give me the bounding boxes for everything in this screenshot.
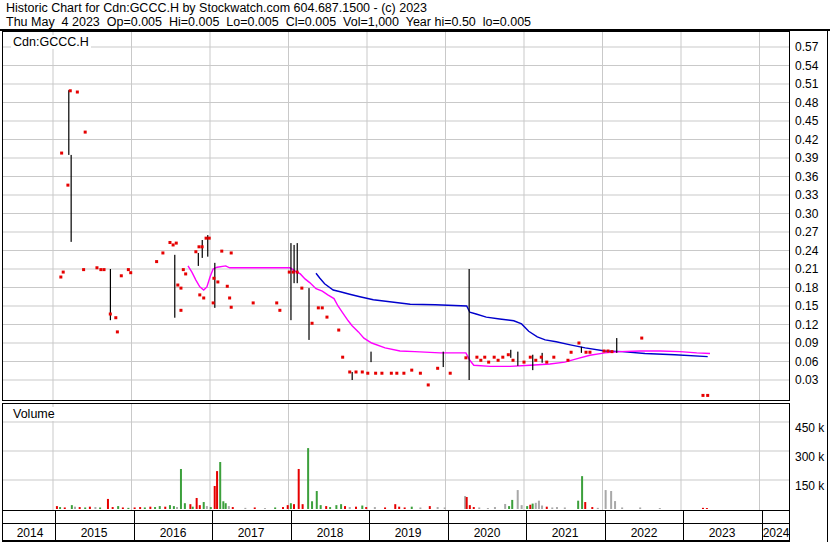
price-tick-label: 0.33: [795, 188, 818, 202]
right-axis-gutter: 0.570.540.510.480.450.420.390.360.330.30…: [790, 31, 828, 542]
year-boundary-divider: [212, 524, 213, 540]
year-boundary-divider: [134, 524, 135, 540]
year-boundary-divider: [605, 511, 606, 523]
price-tick-label: 0.51: [795, 77, 818, 91]
year-label: 2022: [614, 526, 674, 540]
year-boundary-divider: [762, 511, 763, 523]
year-boundary-divider: [134, 511, 135, 523]
volume-panel-label: Volume: [11, 407, 57, 421]
year-boundary-divider: [55, 511, 56, 523]
price-tick-label: 0.57: [795, 40, 818, 54]
year-boundary-divider: [448, 511, 449, 523]
year-label: 2018: [300, 526, 360, 540]
year-boundary-divider: [291, 511, 292, 523]
year-label: 2019: [378, 526, 438, 540]
year-boundary-divider: [212, 511, 213, 523]
year-label: 2017: [221, 526, 281, 540]
price-tick-label: 0.30: [795, 207, 818, 221]
stock-chart-window: Historic Chart for Cdn:GCCC.H by Stockwa…: [0, 0, 830, 543]
price-tick-label: 0.36: [795, 170, 818, 184]
year-label: 2020: [457, 526, 517, 540]
volume-tick-label: 450 k: [795, 421, 824, 435]
year-boundary-divider: [369, 511, 370, 523]
price-tick-label: 0.06: [795, 355, 818, 369]
year-boundary-divider: [526, 511, 527, 523]
volume-plot-area: Volume: [2, 403, 790, 511]
price-tick-label: 0.18: [795, 281, 818, 295]
volume-tick-label: 150 k: [795, 479, 824, 493]
trade-dots: [59, 89, 709, 397]
year-boundary-divider: [683, 524, 684, 540]
price-tick-label: 0.42: [795, 133, 818, 147]
year-label: 2023: [692, 526, 752, 540]
volume-tick-label: 300 k: [795, 450, 824, 464]
year-boundary-divider: [448, 524, 449, 540]
volume-chart-canvas: [3, 404, 789, 510]
price-tick-label: 0.45: [795, 114, 818, 128]
price-tick-label: 0.39: [795, 151, 818, 165]
magenta-ma-line: [188, 266, 710, 367]
volume-gridlines: [3, 404, 789, 510]
volume-bars: [56, 448, 708, 509]
price-tick-label: 0.27: [795, 225, 818, 239]
price-gridlines: [3, 32, 789, 400]
year-label: 2016: [143, 526, 203, 540]
price-tick-label: 0.21: [795, 262, 818, 276]
price-plot-area: Cdn:GCCC.H: [2, 31, 790, 401]
price-tick-label: 0.03: [795, 373, 818, 387]
price-tick-label: 0.15: [795, 299, 818, 313]
year-boundary-divider: [369, 524, 370, 540]
year-boundary-divider: [683, 511, 684, 523]
year-label: 2021: [535, 526, 595, 540]
price-tick-label: 0.24: [795, 244, 818, 258]
price-tick-label: 0.09: [795, 336, 818, 350]
year-label: 2015: [64, 526, 124, 540]
price-tick-label: 0.54: [795, 59, 818, 73]
price-tick-label: 0.12: [795, 318, 818, 332]
trade-range-bars: [68, 90, 617, 380]
x-axis-year-labels-row: 2014201520162017201820192020202120222023…: [2, 523, 790, 542]
year-boundary-divider: [291, 524, 292, 540]
year-boundary-divider: [605, 524, 606, 540]
symbol-label: Cdn:GCCC.H: [11, 35, 91, 49]
quote-summary-line: Thu May 4 2023 Op=0.005 Hi=0.005 Lo=0.00…: [6, 15, 531, 29]
year-boundary-divider: [526, 524, 527, 540]
year-label: 2014: [0, 526, 60, 540]
chart-title-line: Historic Chart for Cdn:GCCC.H by Stockwa…: [6, 1, 427, 15]
price-tick-label: 0.48: [795, 96, 818, 110]
price-chart-canvas: [3, 32, 789, 400]
x-axis-tick-row: [2, 510, 790, 524]
